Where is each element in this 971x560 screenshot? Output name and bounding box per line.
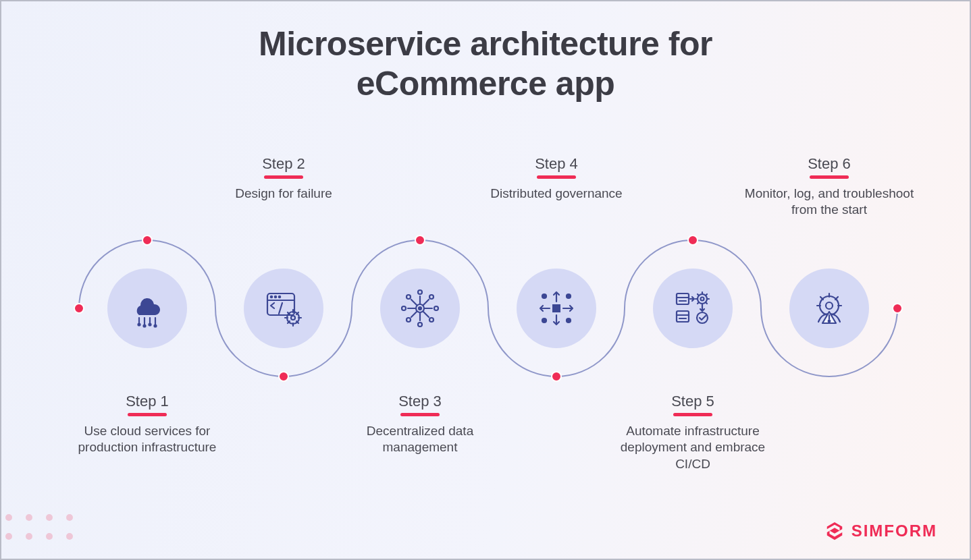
svg-point-10 bbox=[291, 316, 295, 320]
path-dot bbox=[415, 235, 425, 245]
step-label: Step 3 bbox=[346, 393, 494, 410]
svg-point-20 bbox=[429, 318, 434, 322]
svg-point-17 bbox=[406, 295, 411, 299]
svg-point-3 bbox=[155, 325, 157, 327]
svg-point-0 bbox=[138, 324, 140, 326]
step-label: Step 2 bbox=[209, 155, 358, 173]
code-window-gear-icon bbox=[262, 287, 305, 330]
step-caption-2: Step 2 Design for failure bbox=[209, 155, 358, 202]
svg-point-12 bbox=[419, 307, 421, 310]
accent-rule bbox=[810, 175, 849, 179]
svg-point-7 bbox=[275, 296, 276, 298]
accent-rule bbox=[673, 413, 712, 416]
step-desc: Use cloud services for production infras… bbox=[73, 423, 221, 456]
svg-point-24 bbox=[567, 318, 571, 323]
diagram-title: Microservice architecture foreCommerce a… bbox=[1, 24, 970, 104]
svg-point-8 bbox=[279, 296, 280, 298]
step-node-4 bbox=[517, 269, 596, 348]
step-label: Step 5 bbox=[608, 393, 777, 410]
step-caption-1: Step 1 Use cloud services for production… bbox=[73, 393, 221, 456]
pipeline-gear-icon bbox=[671, 287, 714, 330]
accent-rule bbox=[400, 413, 440, 416]
svg-point-6 bbox=[271, 296, 272, 298]
step-node-2 bbox=[244, 269, 323, 348]
svg-point-13 bbox=[418, 290, 422, 294]
step-node-5 bbox=[653, 269, 733, 348]
step-desc: Design for failure bbox=[209, 186, 358, 202]
step-caption-5: Step 5 Automate infrastructure deploymen… bbox=[608, 393, 777, 472]
step-node-6 bbox=[789, 269, 869, 348]
svg-point-18 bbox=[429, 295, 434, 299]
svg-point-32 bbox=[701, 298, 704, 301]
svg-point-22 bbox=[567, 294, 571, 298]
svg-rect-28 bbox=[677, 311, 689, 322]
path-dot bbox=[688, 235, 698, 245]
step-desc: Automate infrastructure deployment and e… bbox=[608, 423, 777, 472]
step-node-3 bbox=[380, 269, 460, 348]
cloud-rain-icon bbox=[126, 287, 169, 330]
gear-warning-icon bbox=[808, 287, 851, 330]
step-desc: Distributed governance bbox=[482, 186, 631, 202]
svg-point-21 bbox=[542, 294, 546, 298]
diagram-frame: Microservice architecture foreCommerce a… bbox=[0, 0, 971, 560]
step-caption-4: Step 4 Distributed governance bbox=[482, 155, 631, 202]
path-dot bbox=[74, 304, 84, 313]
step-desc: Monitor, log, and troubleshoot from the … bbox=[741, 186, 917, 219]
step-caption-3: Step 3 Decentralized data management bbox=[346, 393, 494, 456]
accent-rule bbox=[128, 413, 167, 416]
path-dot bbox=[552, 372, 561, 381]
title-line-1: Microservice architecture foreCommerce a… bbox=[259, 25, 712, 103]
decorative-dots bbox=[5, 514, 86, 552]
accent-rule bbox=[537, 175, 576, 179]
svg-point-37 bbox=[829, 320, 831, 323]
svg-rect-25 bbox=[677, 293, 689, 304]
svg-point-23 bbox=[542, 318, 546, 323]
svg-point-33 bbox=[697, 312, 708, 323]
path-dot bbox=[142, 235, 152, 245]
svg-point-19 bbox=[406, 318, 411, 322]
step-label: Step 1 bbox=[73, 393, 221, 410]
brand-logo: SIMFORM bbox=[824, 521, 937, 541]
svg-point-14 bbox=[418, 323, 422, 327]
svg-point-1 bbox=[144, 325, 146, 327]
hub-nodes-icon bbox=[398, 287, 442, 330]
distribute-arrows-icon bbox=[535, 287, 578, 330]
path-dot bbox=[279, 372, 288, 381]
simform-mark-icon bbox=[824, 521, 845, 541]
path-dot bbox=[893, 304, 902, 313]
step-node-1 bbox=[107, 269, 187, 348]
brand-text: SIMFORM bbox=[851, 522, 937, 540]
svg-point-35 bbox=[826, 302, 833, 309]
svg-point-15 bbox=[402, 306, 406, 310]
step-desc: Decentralized data management bbox=[346, 423, 494, 456]
step-label: Step 4 bbox=[482, 155, 631, 173]
svg-point-16 bbox=[434, 306, 438, 310]
step-label: Step 6 bbox=[741, 155, 917, 173]
step-caption-6: Step 6 Monitor, log, and troubleshoot fr… bbox=[741, 155, 917, 219]
accent-rule bbox=[264, 175, 303, 179]
svg-point-2 bbox=[149, 324, 151, 326]
